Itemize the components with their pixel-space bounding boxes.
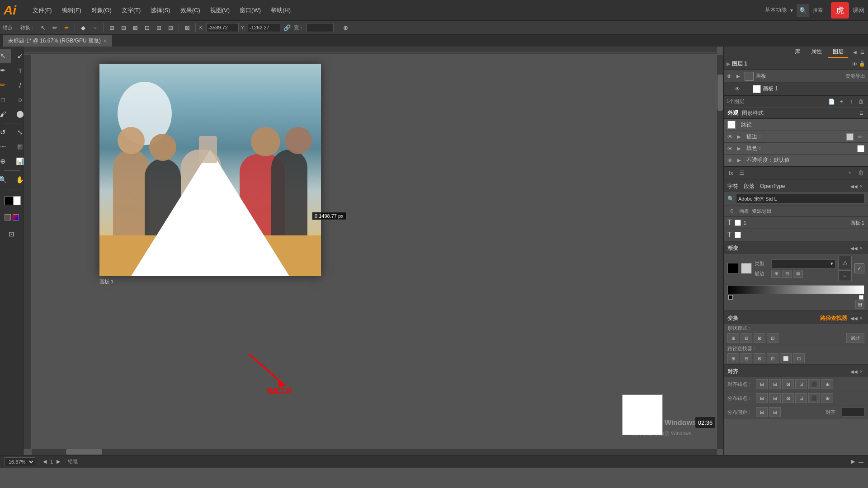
w-input[interactable] — [307, 23, 334, 32]
workspace-dropdown-icon[interactable]: ▾ — [790, 7, 793, 14]
foreground-color-swatch[interactable] — [5, 196, 14, 205]
appearance-menu-icon[interactable]: ☰ — [737, 169, 746, 178]
nav-next-icon[interactable]: ▶ — [57, 459, 60, 465]
menu-help[interactable]: 帮助(H) — [266, 5, 295, 16]
exclude-btn[interactable]: ⊡ — [767, 333, 778, 343]
distribute-h-space-btn[interactable]: ⊞ — [756, 407, 768, 417]
zoom-select[interactable]: 16.67% — [5, 457, 35, 466]
menu-view[interactable]: 视图(V) — [206, 5, 234, 16]
align-bottom-btn[interactable]: ⊞ — [821, 379, 833, 389]
panel-menu-icon[interactable]: ☰ — [859, 49, 865, 56]
tab-properties[interactable]: 属性 — [807, 47, 826, 58]
font-color-swatch2[interactable] — [735, 232, 741, 238]
layer-expand-artboard[interactable]: ▶ — [736, 74, 743, 79]
align-center-v-btn[interactable]: ⬛ — [808, 379, 820, 389]
search-icon[interactable]: 🔍 — [797, 4, 809, 17]
align-top-btn[interactable]: ⊡ — [795, 379, 807, 389]
stroke-edit-icon[interactable]: ✏ — [856, 133, 864, 141]
rotate-tool[interactable]: ↺ — [0, 126, 11, 139]
align-left-btn[interactable]: ⊞ — [756, 379, 768, 389]
char-tab-opentype[interactable]: OpenType — [760, 183, 785, 189]
transform-options-icon[interactable]: ⊕ — [340, 23, 350, 33]
align-center-h-btn[interactable]: ⊟ — [769, 379, 781, 389]
timeline-btn[interactable]: — — [859, 459, 863, 465]
fill-vis-icon[interactable]: 👁 — [727, 145, 735, 152]
minus-front-btn[interactable]: ⊟ — [741, 333, 752, 343]
distribute-center-h-btn[interactable]: ⊟ — [769, 393, 781, 403]
canvas-scroll-area[interactable]: 画板 1 0:1498.77 px 铅笔工具 — [32, 55, 717, 449]
gradient-bar[interactable] — [727, 285, 864, 294]
menu-select[interactable]: 选择(S) — [146, 5, 175, 16]
opacity-expand-icon[interactable]: ▶ — [737, 158, 744, 163]
layer-visible-icon[interactable]: 👁 — [852, 61, 857, 67]
unite-btn[interactable]: ⊞ — [727, 333, 739, 343]
char-panel-close-icon[interactable]: × — [858, 183, 864, 189]
menu-window[interactable]: 窗口(W) — [235, 5, 265, 16]
warp-tool[interactable]: 〰 — [0, 140, 11, 154]
anchor-point-icon[interactable]: ◆ — [78, 23, 88, 33]
add-effect-icon[interactable]: fx — [726, 169, 736, 178]
appearance-row-opacity[interactable]: 👁 ▶ 不透明度：默认值 — [724, 155, 868, 166]
transform-title[interactable]: 变换 — [727, 314, 816, 322]
layer-vis-artboard[interactable]: 👁 — [726, 73, 735, 80]
gradient-swatch2[interactable] — [741, 263, 752, 274]
shape-builder-tool[interactable]: ⊕ — [0, 155, 11, 168]
smooth-tool-icon[interactable]: ~ — [90, 23, 100, 33]
fill-swatch[interactable] — [857, 145, 864, 152]
stroke-expand-icon[interactable]: ▶ — [737, 134, 744, 139]
gradient-extra-btn1[interactable]: ⊞ — [855, 300, 864, 309]
hscroll-thumb[interactable] — [66, 449, 102, 455]
font-color-swatch[interactable] — [735, 220, 741, 226]
distribute-center-v-btn[interactable]: ⬛ — [808, 393, 820, 403]
pathfinder-title[interactable]: 路径查找器 — [820, 314, 847, 322]
menu-effect[interactable]: 效果(C) — [176, 5, 205, 16]
distribute-v-space-btn[interactable]: ⊟ — [769, 407, 781, 417]
create-new-layer-icon[interactable]: 📄 — [827, 98, 835, 106]
layer-collapse-icon[interactable]: ▶ — [726, 61, 730, 67]
align-spacing-input[interactable] — [842, 408, 864, 417]
y-input[interactable] — [248, 23, 280, 32]
fill-expand-icon[interactable]: ▶ — [737, 146, 744, 151]
intersect-btn[interactable]: ⊠ — [754, 333, 765, 343]
menu-object[interactable]: 对象(O) — [87, 5, 116, 16]
distribute-left-btn[interactable]: ⊞ — [756, 393, 768, 403]
none-swatch[interactable] — [5, 214, 11, 221]
zoom-tool[interactable]: 🔍 — [0, 173, 11, 187]
canvas-vscroll[interactable] — [717, 55, 723, 449]
appearance-row-stroke[interactable]: 👁 ▶ 描边： ✏ — [724, 131, 868, 143]
gradient-stop-right[interactable] — [859, 295, 863, 300]
pencil-tool-icon[interactable]: ✒ — [61, 23, 71, 33]
delete-layer-icon[interactable]: 🗑 — [857, 98, 865, 106]
layer-lock-icon[interactable]: 🔒 — [859, 61, 865, 67]
align-left-icon[interactable]: ⊞ — [107, 23, 117, 33]
paintbrush-tool[interactable]: 🖌 — [0, 107, 11, 121]
gradient-collapse-icon[interactable]: ◀◀ — [851, 245, 857, 251]
expand-btn[interactable]: 展开 — [846, 333, 864, 343]
stroke-swatch[interactable] — [846, 133, 854, 141]
tab-close-icon[interactable]: × — [104, 38, 106, 43]
menu-text[interactable]: 文字(T) — [117, 5, 146, 16]
layer-row-artboard1[interactable]: 👁 画板 1 — [724, 83, 868, 95]
char-tab-para[interactable]: 段落 — [744, 183, 755, 190]
gradient-angle-picker[interactable]: △ — [838, 256, 852, 269]
artboard-tool[interactable]: ⊡ — [4, 227, 20, 241]
lock-proportions-icon[interactable]: 🔗 — [282, 23, 292, 33]
align-right-icon[interactable]: ⊠ — [130, 23, 140, 33]
gradient-swatch1[interactable] — [727, 263, 738, 274]
layer-vis-artboard1[interactable]: 👁 — [735, 86, 743, 92]
outline-btn[interactable]: ⬜ — [780, 353, 792, 363]
distribute-right-btn[interactable]: ⊠ — [782, 393, 794, 403]
appearance-delete-icon[interactable]: 🗑 — [856, 169, 865, 178]
gradient-stroke-btn3[interactable]: ⊠ — [793, 270, 803, 278]
char-panel-collapse-icon[interactable]: ◀◀ — [851, 183, 857, 189]
tab-layers[interactable]: 图层 — [828, 47, 848, 58]
gradient-circle-picker[interactable]: ○ — [838, 270, 852, 281]
selection-tool[interactable]: ↖ — [0, 49, 11, 63]
char-tab-char[interactable]: 字符 — [727, 183, 738, 190]
gradient-stop-left[interactable] — [728, 295, 733, 300]
align-top-icon[interactable]: ⊡ — [142, 23, 152, 33]
appearance-panel-menu-icon[interactable]: ☰ — [858, 110, 864, 117]
tab-library[interactable]: 库 — [790, 47, 805, 58]
appearance-tab-appearance[interactable]: 外观 — [727, 109, 738, 117]
align-center-h-icon[interactable]: ⊟ — [118, 23, 128, 33]
